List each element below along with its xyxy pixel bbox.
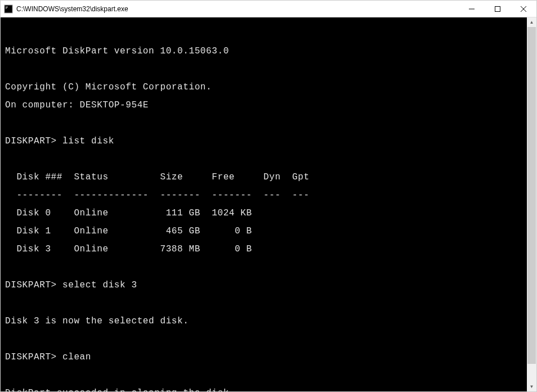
output-line: DiskPart succeeded in cleaning the disk. — [5, 389, 525, 391]
svg-rect-2 — [6, 8, 7, 8]
prompt-line: DISKPART> list disk — [5, 137, 525, 146]
output-line: Microsoft DiskPart version 10.0.15063.0 — [5, 47, 525, 56]
table-row: Disk 3 Online 7388 MB 0 B — [5, 245, 525, 254]
output-line: Disk 3 is now the selected disk. — [5, 317, 525, 326]
output-line: On computer: DESKTOP-954E — [5, 101, 525, 110]
output-line: Copyright (C) Microsoft Corporation. — [5, 83, 525, 92]
table-divider: -------- ------------- ------- ------- -… — [5, 191, 525, 200]
prompt-line: DISKPART> select disk 3 — [5, 281, 525, 290]
vertical-scrollbar[interactable]: ▲ ▼ — [527, 17, 536, 391]
app-icon — [4, 4, 13, 13]
minimize-icon — [469, 6, 475, 12]
prompt-line: DISKPART> clean — [5, 353, 525, 362]
minimize-button[interactable] — [459, 1, 485, 17]
svg-rect-1 — [6, 7, 8, 7]
titlebar[interactable]: C:\WINDOWS\system32\diskpart.exe — [1, 1, 536, 17]
scroll-up-arrow-icon[interactable]: ▲ — [527, 17, 536, 27]
window-controls — [459, 1, 536, 17]
maximize-icon — [495, 6, 500, 12]
svg-rect-4 — [495, 6, 500, 11]
svg-rect-0 — [5, 5, 12, 13]
console-window: C:\WINDOWS\system32\diskpart.exe Microso… — [0, 0, 537, 392]
table-row: Disk 0 Online 111 GB 1024 KB — [5, 209, 525, 218]
table-row: Disk 1 Online 465 GB 0 B — [5, 227, 525, 236]
terminal-output[interactable]: Microsoft DiskPart version 10.0.15063.0 … — [1, 17, 527, 391]
scroll-down-arrow-icon[interactable]: ▼ — [527, 382, 536, 391]
scrollbar-thumb[interactable] — [527, 27, 536, 364]
close-icon — [521, 6, 526, 12]
content-area: Microsoft DiskPart version 10.0.15063.0 … — [1, 17, 536, 391]
maximize-button[interactable] — [485, 1, 511, 17]
scrollbar-track[interactable] — [527, 27, 536, 382]
window-title: C:\WINDOWS\system32\diskpart.exe — [16, 5, 459, 13]
table-header: Disk ### Status Size Free Dyn Gpt — [5, 173, 525, 182]
close-button[interactable] — [511, 1, 536, 17]
